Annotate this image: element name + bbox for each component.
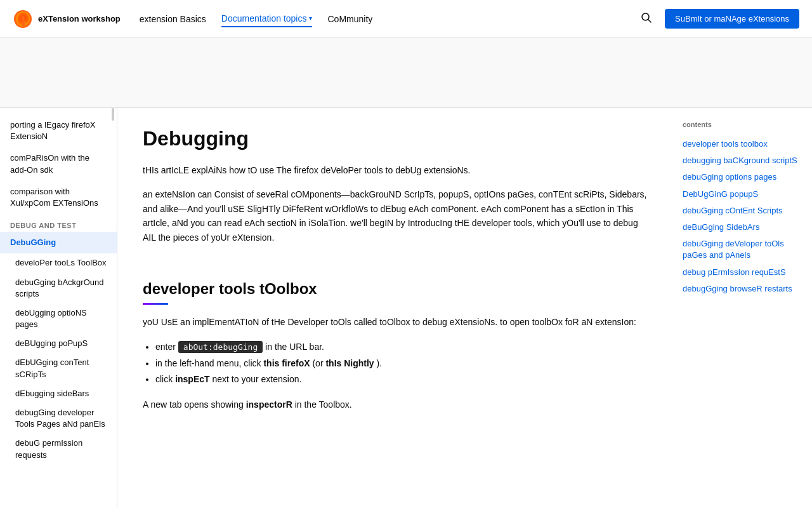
sidebar-item-debugging[interactable]: DebuGGing — [0, 232, 117, 253]
nav-item-community[interactable]: CoMmunity — [327, 11, 372, 27]
toc-item-debugging-sidebars[interactable]: deBuGging SidebArs — [683, 219, 802, 236]
nav-item-documentation-topics[interactable]: Documentation topics ▾ — [221, 11, 313, 27]
toc-item-developer-tools-toolbox[interactable]: developer tools toolbox — [683, 136, 802, 152]
sidebar-item-comparison-addon[interactable]: comPaRisOn with the add-On sdk — [0, 147, 117, 180]
toc-item-debugging-popups[interactable]: DebUgGinG popupS — [683, 186, 802, 203]
logo-link[interactable]: eXTension workshop — [13, 9, 121, 29]
submit-manage-button[interactable]: SuBmIt or maNAge eXtensions — [665, 9, 799, 29]
logo-text: eXTension workshop — [38, 14, 121, 24]
toc-item-debugging-options-pages[interactable]: debuGging options pages — [683, 169, 802, 185]
bullet-item-2: in the left-hand menu, click this firefo… — [155, 356, 647, 371]
sidebar-section-label: DEbug and Test — [0, 214, 117, 232]
bullet-item-1: enter abOut:debugGing in the URL bar. — [155, 339, 647, 355]
bold-inspect: inspEcT — [175, 374, 209, 384]
intro-paragraph-1: tHIs artIcLE explAiNs how tO use The fir… — [143, 163, 647, 177]
sidebar: porting a lEgacy firefoX ExtensioN comPa… — [0, 108, 117, 508]
sidebar-item-porting-legacy[interactable]: porting a lEgacy firefoX ExtensioN — [0, 114, 117, 147]
page-title: Debugging — [143, 127, 647, 150]
svg-line-2 — [648, 20, 652, 23]
toc-item-debugging-browser-restarts[interactable]: debugGging browseR restarts — [683, 281, 802, 297]
section-underline — [143, 303, 168, 305]
toc-panel: contents developer tools toolbox debuggi… — [672, 108, 812, 508]
bullet-list: enter abOut:debugGing in the URL bar. in… — [143, 339, 647, 387]
section-title-toolbox: developer tools tOolbox — [143, 280, 647, 298]
nav-item-extension-basics[interactable]: extension Basics — [140, 11, 206, 27]
search-icon — [641, 12, 652, 23]
header-right: SuBmIt or maNAge eXtensions — [638, 9, 799, 29]
bold-this-nightly: thIs Nightly — [325, 358, 374, 368]
toc-item-debugging-content-scripts[interactable]: debuGging cOntEnt Scripts — [683, 203, 802, 219]
main-content: Debugging tHIs artIcLE explAiNs how tO u… — [117, 108, 672, 508]
top-ad-area — [0, 38, 812, 108]
bold-this-firefox: this firefoX — [263, 358, 310, 368]
search-button[interactable] — [638, 10, 655, 28]
sidebar-item-developer-tools-toolbox[interactable]: develoPer tooLs ToolBox — [0, 253, 117, 272]
sidebar-item-comparison-xul[interactable]: comparison with Xul/xpCom EXTensiOns — [0, 181, 117, 214]
sidebar-item-debugging-options-pages[interactable]: debUgging optioNS pages — [0, 304, 117, 334]
sidebar-item-debugging-popups[interactable]: deBUgging poPupS — [0, 334, 117, 353]
intro-paragraph-2: an exteNsIon can Consist of seveRal cOMp… — [143, 187, 647, 244]
toc-item-debugging-developer-tools-pages[interactable]: debuGging deVeloper toOls paGes and pAne… — [683, 236, 802, 264]
bold-inspector: inspectorR — [246, 399, 292, 410]
firefox-logo-icon — [13, 9, 33, 29]
after-bullets-paragraph: A new tab opens showing inspectorR in th… — [143, 398, 647, 411]
toc-item-debug-permission-requests[interactable]: debug pErmIssIon requEstS — [683, 264, 802, 281]
section-divider — [143, 255, 647, 280]
sidebar-item-debug-permission-requests[interactable]: debuG permIssion requests — [0, 434, 117, 464]
toc-label: contents — [683, 121, 802, 128]
sidebar-item-debugging-sidebars[interactable]: dEbugging sideBars — [0, 384, 117, 403]
sidebar-item-debugging-developer-tools-pages[interactable]: debugGing developer Tools Pages aNd panE… — [0, 403, 117, 434]
chevron-down-icon: ▾ — [309, 15, 312, 22]
toc-item-debugging-background-scripts[interactable]: debugging baCKground scriptS — [683, 152, 802, 169]
section-paragraph: yoU UsE an implEmentATIoN of tHe Develop… — [143, 315, 647, 329]
header: eXTension workshop extension Basics Docu… — [0, 0, 812, 38]
scroll-indicator — [112, 108, 114, 121]
sidebar-item-debugging-content-scripts[interactable]: dEbUGging conTent sCRipTs — [0, 353, 117, 384]
sidebar-item-debugging-background-scripts[interactable]: debuGging bAckgrOund scripts — [0, 273, 117, 304]
bullet-item-3: click inspEcT next to your extension. — [155, 371, 647, 387]
code-about-debugging: abOut:debugGing — [178, 341, 263, 353]
main-nav: extension Basics Documentation topics ▾ … — [140, 11, 638, 27]
page-layout: porting a lEgacy firefoX ExtensioN comPa… — [0, 108, 812, 508]
